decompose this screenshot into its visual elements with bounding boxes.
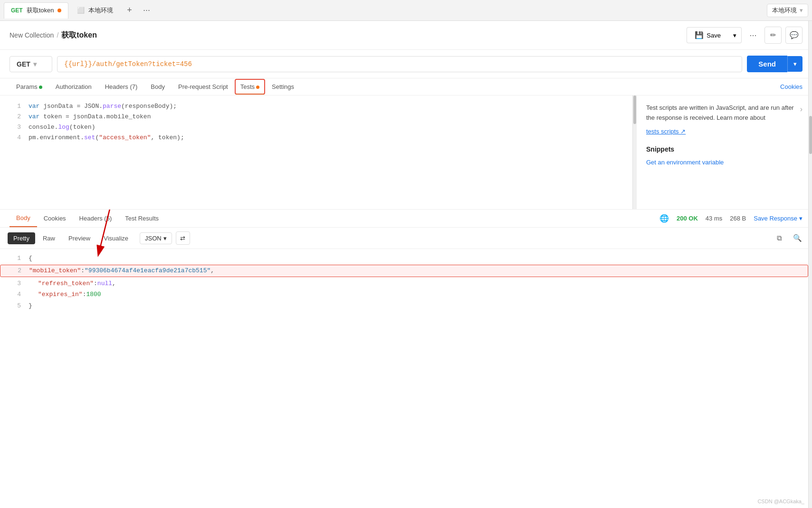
- body-tab-preview[interactable]: Preview: [63, 232, 96, 244]
- snippets-title: Snippets: [646, 144, 802, 154]
- json-line-5: 5 }: [0, 300, 812, 311]
- code-line-3: 3 console.log(token): [0, 122, 632, 133]
- save-button[interactable]: 💾 Save: [687, 27, 728, 43]
- json-line-2: 2 "mobile_token" : "99306b4674af4e1eacfa…: [0, 265, 808, 277]
- tab-dot: [57, 9, 61, 12]
- resp-tab-headers[interactable]: Headers (5): [73, 210, 119, 227]
- snippet-env-link[interactable]: Get an environment variable: [646, 158, 802, 168]
- save-group: 💾 Save ▾: [687, 27, 742, 43]
- code-line-1: 1 var jsonData = JSON.parse(responseBody…: [0, 101, 632, 112]
- wrap-icon: ⇄: [180, 235, 185, 242]
- editor-scrollbar[interactable]: [632, 96, 636, 209]
- save-dropdown-button[interactable]: ▾: [728, 27, 742, 43]
- response-status: 🌐 200 OK 43 ms 268 B Save Response ▾: [659, 214, 802, 223]
- body-tab-pretty[interactable]: Pretty: [8, 232, 35, 244]
- send-main-button[interactable]: Send: [747, 56, 787, 72]
- method-selector[interactable]: GET ▾: [10, 56, 52, 72]
- tests-scripts-link[interactable]: tests scripts ↗: [646, 128, 686, 135]
- response-tabs: Body Cookies Headers (5) Test Results 🌐 …: [0, 210, 812, 228]
- body-tab-raw[interactable]: Raw: [37, 232, 61, 244]
- resp-tab-cookies[interactable]: Cookies: [37, 210, 73, 227]
- format-label: JSON: [145, 235, 162, 242]
- save-resp-chevron-icon: ▾: [799, 215, 802, 222]
- page-scrollbar[interactable]: [808, 21, 812, 508]
- lower-section: Body Cookies Headers (5) Test Results 🌐 …: [0, 210, 812, 508]
- code-editor[interactable]: 1 var jsonData = JSON.parse(responseBody…: [0, 96, 632, 209]
- json-line-3: 3 "refresh_token" : null ,: [0, 278, 812, 289]
- url-bar: GET ▾ Send ▾: [0, 50, 812, 78]
- request-tabs: Params Authorization Headers (7) Body Pr…: [0, 78, 812, 96]
- body-toolbar: Pretty Raw Preview Visualize JSON ▾ ⇄ ⧉ …: [0, 228, 812, 249]
- more-tabs-button[interactable]: ···: [139, 3, 154, 18]
- body-tab-visualize[interactable]: Visualize: [98, 232, 134, 244]
- tab-body[interactable]: Body: [144, 78, 172, 95]
- save-label: Save: [707, 32, 721, 39]
- body-icons: ⧉ 🔍: [772, 231, 804, 245]
- tab-params[interactable]: Params: [10, 78, 49, 95]
- request-tab[interactable]: GET 获取token: [4, 2, 68, 19]
- tab-bar: GET 获取token ⬜ 本地环境 + ··· 本地环境 ▾: [0, 0, 812, 21]
- tab-tests[interactable]: Tests: [235, 79, 265, 95]
- tests-dot: [256, 86, 259, 89]
- more-options-button[interactable]: ···: [745, 28, 761, 43]
- search-button[interactable]: 🔍: [790, 231, 804, 245]
- json-viewer: 1 { 2 "mobile_token" : "99306b4674af4e1e…: [0, 249, 812, 315]
- expand-icon[interactable]: ›: [800, 103, 802, 115]
- environment-selector[interactable]: 本地环境 ▾: [767, 4, 808, 17]
- resp-tab-testresults[interactable]: Test Results: [118, 210, 165, 227]
- cookies-link[interactable]: Cookies: [780, 83, 802, 90]
- code-line-2: 2 var token = jsonData.mobile_token: [0, 112, 632, 122]
- comment-button[interactable]: 💬: [785, 27, 802, 44]
- env-chevron-icon: ▾: [800, 7, 803, 14]
- wrap-button[interactable]: ⇄: [176, 231, 190, 245]
- method-chevron-icon: ▾: [33, 60, 37, 68]
- breadcrumb: New Collection / 获取token: [10, 30, 97, 40]
- panel-description: Test scripts are written in JavaScript, …: [646, 103, 802, 123]
- page-scrollbar-thumb: [809, 116, 812, 154]
- code-line-4: 4 pm.environment.set("access_token", tok…: [0, 133, 632, 143]
- json-line-1: 1 {: [0, 253, 812, 264]
- env-label: 本地环境: [772, 6, 797, 15]
- response-size: 268 B: [730, 215, 746, 222]
- response-time: 43 ms: [706, 215, 722, 222]
- json-line-4: 4 "expires_in" : 1800: [0, 289, 812, 300]
- breadcrumb-collection[interactable]: New Collection: [10, 31, 54, 39]
- env-tab-label: 本地环境: [88, 6, 113, 15]
- status-code: 200 OK: [677, 215, 698, 222]
- tab-headers[interactable]: Headers (7): [98, 78, 144, 95]
- copy-button[interactable]: ⧉: [772, 231, 786, 245]
- scrollbar-thumb: [633, 96, 636, 124]
- url-input[interactable]: [57, 56, 742, 72]
- tab-prerequest[interactable]: Pre-request Script: [172, 78, 235, 95]
- globe-icon: 🌐: [659, 214, 669, 223]
- env-section: 本地环境 ▾: [767, 4, 808, 17]
- tab-settings[interactable]: Settings: [265, 78, 301, 95]
- header-area: New Collection / 获取token 💾 Save ▾ ··· ✏ …: [0, 21, 812, 50]
- tab-title: 获取token: [27, 6, 54, 15]
- format-selector[interactable]: JSON ▾: [140, 232, 172, 244]
- breadcrumb-current: 获取token: [61, 30, 97, 40]
- breadcrumb-separator: /: [57, 31, 58, 39]
- right-panel: › Test scripts are written in JavaScript…: [636, 96, 812, 209]
- resp-tab-body[interactable]: Body: [10, 210, 37, 227]
- tests-tab-underline: [236, 94, 264, 95]
- format-chevron-icon: ▾: [163, 235, 167, 242]
- params-dot: [39, 86, 42, 89]
- method-label: GET: [17, 60, 30, 68]
- workspace-tab[interactable]: ⬜ 本地环境: [70, 2, 120, 19]
- edit-button[interactable]: ✏: [764, 27, 782, 44]
- send-button-group: Send ▾: [747, 56, 802, 72]
- save-response-button[interactable]: Save Response ▾: [754, 215, 802, 222]
- add-tab-button[interactable]: +: [122, 3, 137, 18]
- save-icon: 💾: [695, 31, 704, 39]
- split-container: 1 var jsonData = JSON.parse(responseBody…: [0, 96, 812, 210]
- send-dropdown-button[interactable]: ▾: [787, 56, 802, 72]
- header-actions: 💾 Save ▾ ··· ✏ 💬: [687, 27, 802, 44]
- workspace-icon: ⬜: [77, 7, 85, 14]
- main-area: New Collection / 获取token 💾 Save ▾ ··· ✏ …: [0, 21, 812, 508]
- watermark: CSDN @ACGkaka_: [757, 498, 804, 504]
- tab-authorization[interactable]: Authorization: [49, 78, 98, 95]
- method-badge: GET: [11, 7, 23, 14]
